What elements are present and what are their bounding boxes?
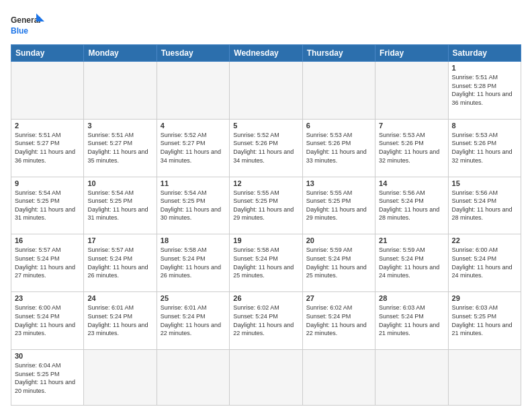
day-info: Sunrise: 5:58 AMSunset: 5:24 PMDaylight:… <box>161 246 226 279</box>
calendar-day-cell: 6Sunrise: 5:53 AMSunset: 5:26 PMDaylight… <box>302 119 375 177</box>
logo: General Blue <box>11 11 44 39</box>
day-number: 23 <box>15 294 80 302</box>
day-info: Sunrise: 5:51 AMSunset: 5:28 PMDaylight:… <box>452 73 517 107</box>
day-number: 2 <box>15 122 80 130</box>
day-info: Sunrise: 5:56 AMSunset: 5:24 PMDaylight:… <box>379 189 444 222</box>
day-info: Sunrise: 5:51 AMSunset: 5:27 PMDaylight:… <box>87 131 152 165</box>
page: General Blue SundayMondayTuesdayWednesda… <box>0 0 532 411</box>
calendar-day-cell: 29Sunrise: 6:03 AMSunset: 5:25 PMDayligh… <box>448 292 521 350</box>
calendar-day-cell: 8Sunrise: 5:53 AMSunset: 5:26 PMDaylight… <box>448 119 521 177</box>
day-info: Sunrise: 5:57 AMSunset: 5:24 PMDaylight:… <box>15 246 80 279</box>
day-info: Sunrise: 6:01 AMSunset: 5:24 PMDaylight:… <box>87 304 152 337</box>
calendar-day-cell: 26Sunrise: 6:02 AMSunset: 5:24 PMDayligh… <box>230 292 302 350</box>
calendar-day-cell: 17Sunrise: 5:57 AMSunset: 5:24 PMDayligh… <box>84 234 157 292</box>
day-number: 27 <box>306 294 371 302</box>
logo-svg: General Blue <box>11 11 44 39</box>
day-number: 7 <box>379 122 444 130</box>
calendar-day-cell: 21Sunrise: 5:59 AMSunset: 5:24 PMDayligh… <box>375 234 448 292</box>
day-info: Sunrise: 5:56 AMSunset: 5:24 PMDaylight:… <box>452 189 517 222</box>
day-number: 6 <box>306 122 371 130</box>
calendar-day-cell: 12Sunrise: 5:55 AMSunset: 5:25 PMDayligh… <box>230 177 302 234</box>
calendar-day-cell: 16Sunrise: 5:57 AMSunset: 5:24 PMDayligh… <box>11 234 84 292</box>
calendar-day-header: Monday <box>84 45 157 62</box>
calendar-day-cell: 20Sunrise: 5:59 AMSunset: 5:24 PMDayligh… <box>302 234 375 292</box>
day-number: 28 <box>379 294 444 302</box>
calendar-week-row: 16Sunrise: 5:57 AMSunset: 5:24 PMDayligh… <box>11 234 521 292</box>
header: General Blue <box>11 11 521 39</box>
calendar-day-header: Friday <box>375 45 448 62</box>
day-info: Sunrise: 5:53 AMSunset: 5:26 PMDaylight:… <box>379 131 444 165</box>
day-number: 8 <box>452 122 517 130</box>
calendar-week-row: 30Sunrise: 6:04 AMSunset: 5:25 PMDayligh… <box>11 350 521 406</box>
day-info: Sunrise: 6:03 AMSunset: 5:24 PMDaylight:… <box>379 304 444 337</box>
calendar-day-cell <box>302 350 375 406</box>
day-info: Sunrise: 5:55 AMSunset: 5:25 PMDaylight:… <box>233 189 298 222</box>
calendar-day-cell: 2Sunrise: 5:51 AMSunset: 5:27 PMDaylight… <box>11 119 84 177</box>
day-number: 26 <box>233 294 298 302</box>
calendar-day-cell: 14Sunrise: 5:56 AMSunset: 5:24 PMDayligh… <box>375 177 448 234</box>
calendar-week-row: 1Sunrise: 5:51 AMSunset: 5:28 PMDaylight… <box>11 62 521 120</box>
calendar-day-cell <box>84 350 157 406</box>
calendar-day-cell: 30Sunrise: 6:04 AMSunset: 5:25 PMDayligh… <box>11 350 84 406</box>
day-info: Sunrise: 6:01 AMSunset: 5:24 PMDaylight:… <box>161 304 226 337</box>
day-info: Sunrise: 5:53 AMSunset: 5:26 PMDaylight:… <box>306 131 371 165</box>
day-number: 9 <box>15 179 80 187</box>
calendar-day-cell: 13Sunrise: 5:55 AMSunset: 5:25 PMDayligh… <box>302 177 375 234</box>
day-info: Sunrise: 5:57 AMSunset: 5:24 PMDaylight:… <box>87 246 152 279</box>
day-number: 4 <box>161 122 226 130</box>
calendar-day-cell: 11Sunrise: 5:54 AMSunset: 5:25 PMDayligh… <box>157 177 229 234</box>
calendar-week-row: 9Sunrise: 5:54 AMSunset: 5:25 PMDaylight… <box>11 177 521 234</box>
calendar-day-cell <box>157 62 229 120</box>
calendar-day-cell: 15Sunrise: 5:56 AMSunset: 5:24 PMDayligh… <box>448 177 521 234</box>
day-number: 17 <box>87 236 152 244</box>
calendar-day-cell <box>84 62 157 120</box>
svg-text:Blue: Blue <box>11 26 28 36</box>
day-info: Sunrise: 6:02 AMSunset: 5:24 PMDaylight:… <box>233 304 298 337</box>
calendar-day-cell <box>375 350 448 406</box>
day-info: Sunrise: 5:54 AMSunset: 5:25 PMDaylight:… <box>87 189 152 222</box>
calendar-day-cell <box>375 62 448 120</box>
calendar-day-header: Wednesday <box>230 45 302 62</box>
calendar-day-cell: 10Sunrise: 5:54 AMSunset: 5:25 PMDayligh… <box>84 177 157 234</box>
calendar-day-cell: 4Sunrise: 5:52 AMSunset: 5:27 PMDaylight… <box>157 119 229 177</box>
day-info: Sunrise: 5:54 AMSunset: 5:25 PMDaylight:… <box>15 189 80 222</box>
day-info: Sunrise: 6:00 AMSunset: 5:24 PMDaylight:… <box>452 246 517 279</box>
calendar-week-row: 23Sunrise: 6:00 AMSunset: 5:24 PMDayligh… <box>11 292 521 350</box>
calendar-day-cell: 5Sunrise: 5:52 AMSunset: 5:26 PMDaylight… <box>230 119 302 177</box>
calendar-day-cell: 25Sunrise: 6:01 AMSunset: 5:24 PMDayligh… <box>157 292 229 350</box>
day-info: Sunrise: 5:52 AMSunset: 5:27 PMDaylight:… <box>161 131 226 165</box>
day-number: 29 <box>452 294 517 302</box>
day-number: 10 <box>87 179 152 187</box>
calendar-day-cell <box>230 350 302 406</box>
day-number: 1 <box>452 64 517 72</box>
day-number: 12 <box>233 179 298 187</box>
day-info: Sunrise: 6:00 AMSunset: 5:24 PMDaylight:… <box>15 304 80 337</box>
calendar-day-header: Thursday <box>302 45 375 62</box>
calendar-day-cell: 18Sunrise: 5:58 AMSunset: 5:24 PMDayligh… <box>157 234 229 292</box>
calendar-day-header: Saturday <box>448 45 521 62</box>
day-number: 24 <box>87 294 152 302</box>
calendar-day-cell: 22Sunrise: 6:00 AMSunset: 5:24 PMDayligh… <box>448 234 521 292</box>
calendar-day-cell: 3Sunrise: 5:51 AMSunset: 5:27 PMDaylight… <box>84 119 157 177</box>
calendar-day-cell: 23Sunrise: 6:00 AMSunset: 5:24 PMDayligh… <box>11 292 84 350</box>
calendar-day-cell: 9Sunrise: 5:54 AMSunset: 5:25 PMDaylight… <box>11 177 84 234</box>
calendar-day-cell <box>230 62 302 120</box>
calendar-day-cell: 7Sunrise: 5:53 AMSunset: 5:26 PMDaylight… <box>375 119 448 177</box>
calendar-header-row: SundayMondayTuesdayWednesdayThursdayFrid… <box>11 45 521 62</box>
day-info: Sunrise: 5:53 AMSunset: 5:26 PMDaylight:… <box>452 131 517 165</box>
day-info: Sunrise: 5:58 AMSunset: 5:24 PMDaylight:… <box>233 246 298 279</box>
day-number: 15 <box>452 179 517 187</box>
day-info: Sunrise: 5:54 AMSunset: 5:25 PMDaylight:… <box>161 189 226 222</box>
day-info: Sunrise: 6:04 AMSunset: 5:25 PMDaylight:… <box>15 361 80 395</box>
svg-marker-1 <box>36 13 44 21</box>
day-number: 30 <box>15 352 80 360</box>
calendar-day-cell <box>11 62 84 120</box>
calendar-day-cell: 28Sunrise: 6:03 AMSunset: 5:24 PMDayligh… <box>375 292 448 350</box>
day-info: Sunrise: 5:59 AMSunset: 5:24 PMDaylight:… <box>306 246 371 279</box>
calendar-week-row: 2Sunrise: 5:51 AMSunset: 5:27 PMDaylight… <box>11 119 521 177</box>
calendar-day-header: Sunday <box>11 45 84 62</box>
calendar-day-cell: 24Sunrise: 6:01 AMSunset: 5:24 PMDayligh… <box>84 292 157 350</box>
day-number: 25 <box>161 294 226 302</box>
calendar-day-header: Tuesday <box>157 45 229 62</box>
calendar-day-cell <box>448 350 521 406</box>
